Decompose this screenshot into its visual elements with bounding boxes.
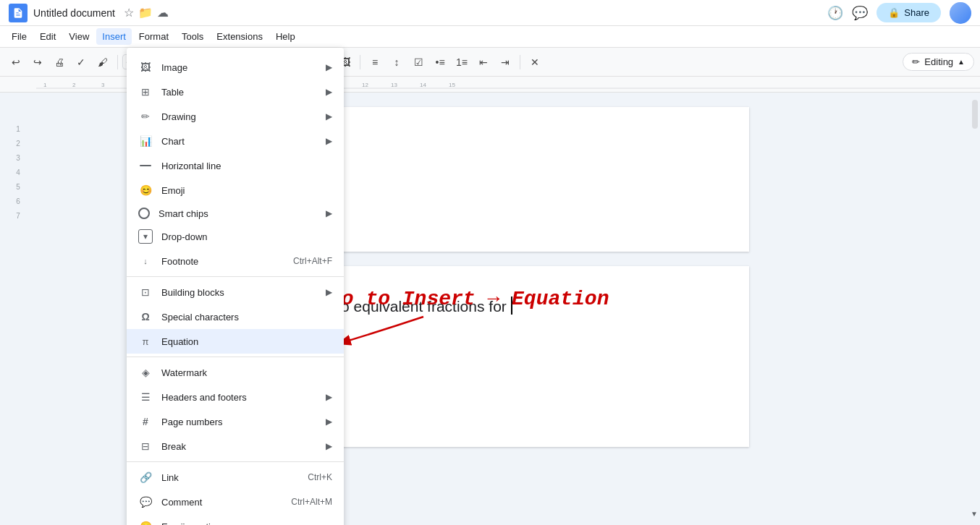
image-icon: 🖼 — [138, 60, 153, 74]
folder-icon[interactable]: 📁 — [138, 6, 153, 20]
star-icon[interactable]: ☆ — [124, 6, 134, 20]
table-icon: ⊞ — [138, 85, 153, 99]
scrollbar[interactable]: ▼ — [970, 93, 980, 525]
toolbar-separator-4 — [360, 55, 360, 69]
menu-item-link[interactable]: 🔗 Link Ctrl+K — [127, 465, 344, 490]
svg-text:1: 1 — [43, 82, 47, 88]
title-bar-right: 🕐 💬 🔒 Share — [827, 2, 971, 24]
menu-bar: File Edit View Insert Format Tools Exten… — [0, 26, 980, 48]
arrow-icon-page-numbers — [326, 417, 332, 427]
numbered-list-button[interactable]: 1≡ — [452, 52, 472, 72]
insert-dropdown-menu: 🖼 Image ⊞ Table ✏ Drawing 📊 Chart Horizo… — [127, 48, 344, 525]
line-5: 5 — [16, 179, 20, 194]
history-icon[interactable]: 🕐 — [827, 5, 843, 21]
line-numbers: 1 2 3 4 5 6 7 — [0, 93, 36, 525]
menu-view[interactable]: View — [63, 28, 95, 45]
menu-section-3: ◈ Watermark ☰ Headers and footers # Page… — [127, 357, 344, 462]
page-numbers-icon: # — [138, 414, 153, 429]
clear-formatting-button[interactable]: ✕ — [525, 52, 545, 72]
menu-item-page-numbers[interactable]: # Page numbers — [127, 409, 344, 434]
menu-item-drawing[interactable]: ✏ Drawing — [127, 104, 344, 129]
print-button[interactable]: 🖨 — [49, 52, 69, 72]
arrow-icon-image — [326, 62, 332, 72]
arrow-icon-break — [326, 441, 332, 451]
undo-button[interactable]: ↩ — [6, 52, 26, 72]
menu-item-image[interactable]: 🖼 Image — [127, 55, 344, 80]
special-characters-icon: Ω — [138, 310, 153, 324]
checklist-button[interactable]: ☑ — [408, 52, 428, 72]
dropdown-icon: ▾ — [138, 229, 153, 244]
paint-format-button[interactable]: 🖌 — [93, 52, 113, 72]
svg-text:13: 13 — [391, 82, 397, 88]
share-button[interactable]: 🔒 Share — [876, 3, 941, 22]
bullet-list-button[interactable]: •≡ — [430, 52, 450, 72]
menu-help[interactable]: Help — [270, 28, 301, 45]
menu-item-comment[interactable]: 💬 Comment Ctrl+Alt+M — [127, 490, 344, 514]
pencil-icon: ✏ — [912, 56, 920, 67]
line-2: 2 — [16, 136, 20, 150]
menu-item-dropdown[interactable]: ▾ Drop-down — [127, 224, 344, 249]
lock-icon: 🔒 — [888, 7, 900, 18]
menu-item-chart[interactable]: 📊 Chart — [127, 129, 344, 153]
toolbar-separator-5 — [520, 55, 520, 69]
cloud-icon[interactable]: ☁ — [157, 6, 169, 20]
drawing-icon: ✏ — [138, 109, 153, 124]
menu-item-special-characters[interactable]: Ω Special characters — [127, 304, 344, 329]
title-bar: Untitled document ☆ 📁 ☁ 🕐 💬 🔒 Share — [0, 0, 980, 26]
menu-item-break[interactable]: ⊟ Break — [127, 434, 344, 458]
indent-decrease-button[interactable]: ⇤ — [473, 52, 494, 72]
line-spacing-button[interactable]: ↕ — [386, 52, 407, 72]
svg-text:14: 14 — [420, 82, 426, 88]
menu-section-2: ⊡ Building blocks Ω Special characters π… — [127, 277, 344, 357]
arrow-icon-building-blocks — [326, 287, 332, 297]
align-button[interactable]: ≡ — [365, 52, 385, 72]
google-docs-icon — [9, 4, 28, 22]
menu-item-equation[interactable]: π Equation — [127, 329, 344, 354]
menu-item-emoji-reaction[interactable]: 😊 Emoji reaction — [127, 514, 344, 525]
footnote-icon: ↓ — [138, 254, 153, 268]
spell-check-button[interactable]: ✓ — [71, 52, 91, 72]
arrow-icon-drawing — [326, 111, 332, 121]
indent-increase-button[interactable]: ⇥ — [495, 52, 515, 72]
line-7: 7 — [16, 208, 20, 223]
menu-item-headers-footers[interactable]: ☰ Headers and footers — [127, 385, 344, 409]
menu-item-horizontal-line[interactable]: Horizontal line — [127, 153, 344, 178]
menu-file[interactable]: File — [6, 28, 33, 45]
editing-mode-button[interactable]: ✏ Editing ▲ — [903, 53, 974, 71]
avatar[interactable] — [950, 2, 971, 24]
menu-section-4: 🔗 Link Ctrl+K 💬 Comment Ctrl+Alt+M 😊 Emo… — [127, 462, 344, 525]
menu-edit[interactable]: Edit — [34, 28, 62, 45]
menu-extensions[interactable]: Extensions — [211, 28, 269, 45]
emoji-icon: 😊 — [138, 183, 153, 197]
editing-controls: ✏ Editing ▲ — [903, 53, 974, 71]
line-3: 3 — [16, 150, 20, 165]
text-cursor — [511, 296, 512, 315]
redo-button[interactable]: ↪ — [28, 52, 48, 72]
menu-item-footnote[interactable]: ↓ Footnote Ctrl+Alt+F — [127, 249, 344, 273]
menu-item-table[interactable]: ⊞ Table — [127, 80, 344, 104]
smart-chips-icon — [138, 208, 150, 219]
scroll-down-arrow[interactable]: ▼ — [971, 510, 978, 518]
arrow-icon-headers-footers — [326, 392, 332, 402]
menu-item-watermark[interactable]: ◈ Watermark — [127, 360, 344, 385]
watermark-icon: ◈ — [138, 365, 153, 380]
page-content[interactable]: rite two equivalent fractions for — [300, 295, 706, 318]
document-title[interactable]: Untitled document — [33, 7, 115, 19]
scroll-thumb[interactable] — [972, 100, 978, 129]
line-1: 1 — [16, 121, 20, 136]
menu-item-emoji[interactable]: 😊 Emoji — [127, 178, 344, 202]
chart-icon: 📊 — [138, 134, 153, 148]
line-4: 4 — [16, 165, 20, 179]
comment-icon[interactable]: 💬 — [852, 5, 868, 21]
arrow-icon-chart — [326, 136, 332, 146]
line-6: 6 — [16, 194, 20, 208]
menu-insert[interactable]: Insert — [96, 28, 132, 45]
chevron-up-icon: ▲ — [958, 58, 965, 66]
menu-item-building-blocks[interactable]: ⊡ Building blocks — [127, 280, 344, 304]
menu-format[interactable]: Format — [133, 28, 174, 45]
menu-tools[interactable]: Tools — [176, 28, 209, 45]
svg-text:2: 2 — [72, 82, 76, 88]
menu-item-smart-chips[interactable]: Smart chips — [127, 202, 344, 224]
menu-section-1: 🖼 Image ⊞ Table ✏ Drawing 📊 Chart Horizo… — [127, 52, 344, 277]
headers-footers-icon: ☰ — [138, 390, 153, 404]
